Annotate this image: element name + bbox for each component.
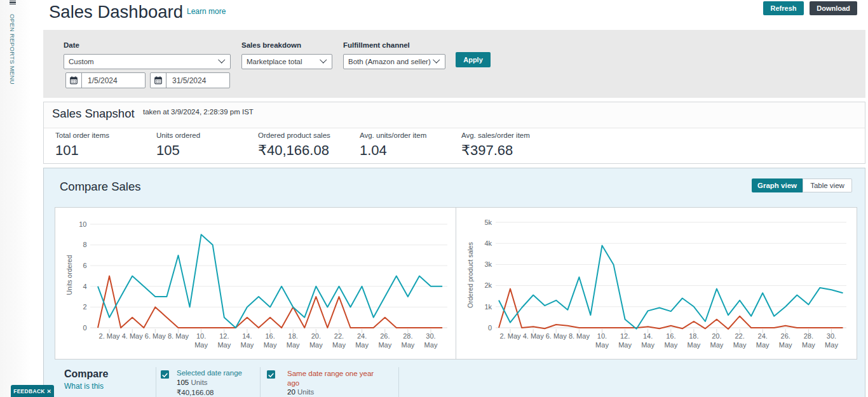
svg-text:May: May <box>664 341 677 349</box>
svg-text:26.: 26. <box>781 332 790 340</box>
svg-text:May: May <box>779 341 792 349</box>
svg-text:2. May: 2. May <box>499 332 521 340</box>
svg-text:0: 0 <box>488 324 492 332</box>
svg-text:28.: 28. <box>403 332 412 340</box>
svg-text:May: May <box>332 341 346 349</box>
svg-text:May: May <box>378 341 391 349</box>
svg-text:6. May: 6. May <box>546 332 567 340</box>
svg-text:28.: 28. <box>804 332 813 340</box>
svg-text:10: 10 <box>79 220 86 228</box>
svg-text:24.: 24. <box>357 332 367 340</box>
svg-text:May: May <box>355 341 369 349</box>
svg-text:May: May <box>402 341 415 349</box>
svg-text:10.: 10. <box>196 332 206 340</box>
svg-text:14.: 14. <box>242 332 252 340</box>
svg-text:8. May: 8. May <box>569 332 590 340</box>
svg-text:6. May: 6. May <box>145 332 166 340</box>
svg-text:16.: 16. <box>666 332 675 340</box>
svg-text:22.: 22. <box>735 332 744 340</box>
svg-text:20.: 20. <box>712 332 721 340</box>
svg-text:May: May <box>194 341 208 349</box>
svg-text:May: May <box>595 341 609 349</box>
svg-text:May: May <box>825 341 838 349</box>
svg-text:1k: 1k <box>484 303 492 311</box>
svg-text:May: May <box>309 341 323 349</box>
svg-text:Ordered product sales: Ordered product sales <box>466 242 474 308</box>
svg-text:May: May <box>287 341 300 349</box>
svg-text:5k: 5k <box>484 219 492 226</box>
svg-text:2: 2 <box>83 303 86 311</box>
svg-text:16.: 16. <box>265 332 275 340</box>
svg-text:4. May: 4. May <box>523 332 545 340</box>
svg-text:18.: 18. <box>288 332 298 340</box>
svg-text:6: 6 <box>83 262 86 269</box>
svg-text:30.: 30. <box>827 332 836 340</box>
svg-text:Units ordered: Units ordered <box>65 255 73 295</box>
svg-text:2k: 2k <box>484 281 492 289</box>
svg-text:22.: 22. <box>334 332 344 340</box>
svg-text:May: May <box>618 341 632 349</box>
svg-text:2. May: 2. May <box>99 332 121 340</box>
svg-text:May: May <box>264 341 277 349</box>
svg-text:3k: 3k <box>484 260 492 268</box>
svg-text:10.: 10. <box>597 332 607 340</box>
svg-text:4: 4 <box>83 283 86 290</box>
svg-text:8: 8 <box>83 241 86 248</box>
svg-text:May: May <box>710 341 724 349</box>
svg-text:May: May <box>424 341 438 349</box>
svg-text:20.: 20. <box>311 332 321 340</box>
svg-text:18.: 18. <box>689 332 698 340</box>
svg-text:May: May <box>217 341 231 349</box>
svg-text:26.: 26. <box>380 332 390 340</box>
svg-text:12.: 12. <box>219 332 229 340</box>
svg-text:14.: 14. <box>643 332 653 340</box>
svg-text:May: May <box>756 341 770 349</box>
svg-text:8. May: 8. May <box>168 332 189 340</box>
svg-text:May: May <box>802 341 815 349</box>
svg-text:30.: 30. <box>426 332 435 340</box>
svg-text:4k: 4k <box>484 239 492 247</box>
svg-text:12.: 12. <box>620 332 630 340</box>
svg-text:4. May: 4. May <box>122 332 144 340</box>
svg-text:May: May <box>241 341 254 349</box>
svg-text:0: 0 <box>83 324 86 332</box>
svg-text:24.: 24. <box>758 332 768 340</box>
svg-text:May: May <box>641 341 654 349</box>
svg-text:May: May <box>688 341 701 349</box>
svg-text:May: May <box>733 341 747 349</box>
